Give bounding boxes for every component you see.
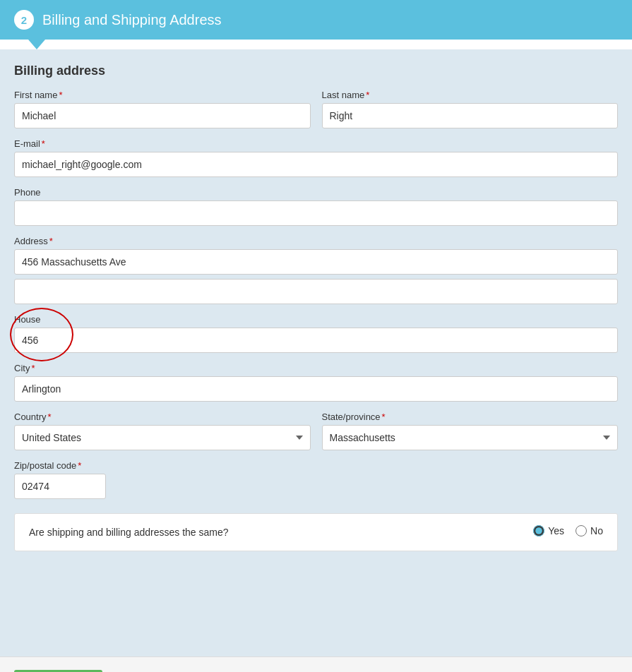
phone-group: Phone <box>14 187 618 226</box>
email-group: E-mail* <box>14 138 618 177</box>
radio-no-label: No <box>590 525 603 536</box>
shipping-question-box: Are shipping and billing addresses the s… <box>14 513 618 551</box>
city-row: City* <box>14 363 618 402</box>
address-label: Address* <box>14 236 618 246</box>
zip-required: * <box>78 460 81 471</box>
address-line2-input[interactable] <box>14 279 618 304</box>
email-required: * <box>42 138 45 149</box>
house-label: House <box>14 314 618 325</box>
same-address-radio-group: Yes No <box>533 525 603 539</box>
state-required: * <box>382 412 386 422</box>
main-content: Billing address First name* Last name* E… <box>0 49 632 656</box>
first-name-required: * <box>59 90 62 100</box>
page-title: Billing and Shipping Address <box>42 12 222 28</box>
house-input[interactable] <box>14 328 618 353</box>
first-name-group: First name* <box>14 90 311 128</box>
city-group: City* <box>14 363 618 402</box>
last-name-input[interactable] <box>322 103 619 128</box>
address-line2-row <box>14 279 618 304</box>
country-select[interactable]: United States Canada United Kingdom <box>14 425 311 450</box>
page-header: 2 Billing and Shipping Address <box>0 0 632 40</box>
country-group: Country* United States Canada United Kin… <box>14 412 311 450</box>
phone-row: Phone <box>14 187 618 226</box>
radio-yes-input[interactable] <box>533 525 544 536</box>
email-label: E-mail* <box>14 138 618 149</box>
phone-input[interactable] <box>14 200 618 226</box>
last-name-required: * <box>366 90 369 100</box>
country-state-row: Country* United States Canada United Kin… <box>14 412 618 450</box>
last-name-label: Last name* <box>322 90 619 100</box>
city-label: City* <box>14 363 618 373</box>
name-row: First name* Last name* <box>14 90 618 128</box>
radio-no-option[interactable]: No <box>576 525 603 536</box>
state-select[interactable]: Massachusetts California New York Texas <box>322 425 619 450</box>
radio-yes-label: Yes <box>548 525 564 536</box>
address-line2-group <box>14 279 618 304</box>
address-group: Address* <box>14 236 618 275</box>
phone-label: Phone <box>14 187 618 198</box>
zip-group: Zip/postal code* <box>14 460 106 499</box>
first-name-input[interactable] <box>14 103 311 128</box>
address-row: Address* <box>14 236 618 275</box>
email-row: E-mail* <box>14 138 618 177</box>
address-line1-input[interactable] <box>14 249 618 275</box>
last-name-group: Last name* <box>322 90 619 128</box>
state-label: State/province* <box>322 412 619 422</box>
country-required: * <box>48 412 52 422</box>
radio-no-input[interactable] <box>576 525 587 536</box>
zip-row: Zip/postal code* <box>14 460 618 499</box>
page-footer: CONTINUE <box>0 656 632 672</box>
house-group: House <box>14 314 618 353</box>
house-row: House <box>14 314 618 353</box>
shipping-question-text: Are shipping and billing addresses the s… <box>29 527 229 538</box>
step-badge: 2 <box>14 10 34 30</box>
state-group: State/province* Massachusetts California… <box>322 412 619 450</box>
address-required: * <box>49 236 53 246</box>
first-name-label: First name* <box>14 90 311 100</box>
city-input[interactable] <box>14 376 618 402</box>
header-arrow <box>28 40 45 49</box>
email-input[interactable] <box>14 152 618 177</box>
section-title: Billing address <box>14 64 618 78</box>
house-input-container <box>14 328 618 353</box>
radio-yes-option[interactable]: Yes <box>533 525 564 536</box>
zip-input[interactable] <box>14 474 106 499</box>
city-required: * <box>31 363 35 373</box>
zip-label: Zip/postal code* <box>14 460 106 471</box>
country-label: Country* <box>14 412 311 422</box>
